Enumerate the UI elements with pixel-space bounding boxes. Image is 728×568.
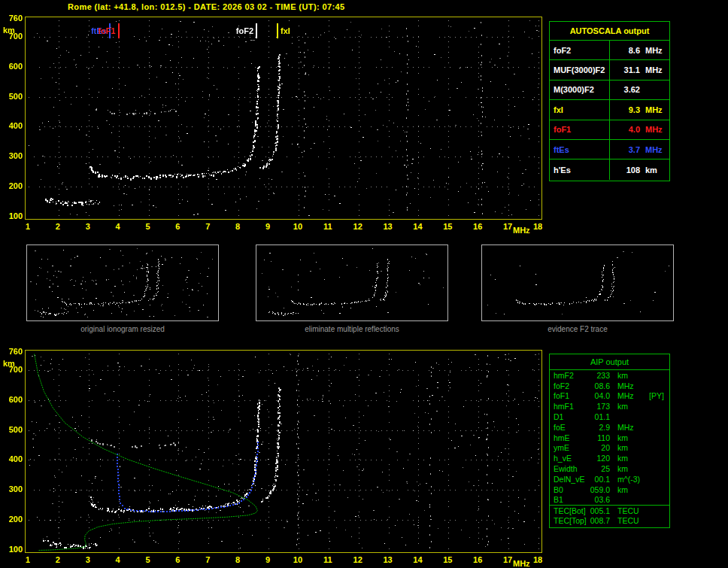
thumbnail-caption-f2-trace: evidence F2 trace bbox=[481, 325, 674, 333]
y-tick-label: 300 bbox=[2, 484, 23, 494]
autoscala-param-unit: MHz bbox=[640, 105, 663, 114]
aip-row: hmF1173km bbox=[550, 401, 669, 412]
aip-param-label: D1 bbox=[550, 412, 589, 421]
aip-param-unit: km bbox=[610, 443, 649, 452]
aip-param-unit: MHz bbox=[610, 381, 649, 390]
aip-param-label: DelN_vE bbox=[550, 475, 589, 484]
autoscala-param-value: 8.6 bbox=[610, 46, 640, 55]
x-tick-label: 15 bbox=[438, 222, 457, 231]
x-tick-label: 10 bbox=[289, 555, 307, 564]
autoscala-param-label: MUF(3000)F2 bbox=[550, 60, 610, 79]
aip-param-value: 03.6 bbox=[589, 495, 610, 504]
y-axis-unit-label: km bbox=[3, 26, 15, 35]
x-tick-label: 13 bbox=[379, 555, 397, 564]
x-tick-label: 8 bbox=[229, 555, 247, 564]
aip-param-value: 2.9 bbox=[589, 423, 610, 432]
aip-param-label: foF2 bbox=[550, 381, 589, 390]
aip-row: foE2.9MHz bbox=[550, 422, 669, 433]
x-tick-label: 5 bbox=[139, 555, 157, 564]
autoscala-row: foF28.6MHz bbox=[550, 41, 669, 60]
thumbnail-no-multiples bbox=[256, 245, 448, 321]
autoscala-param-label: h'Es bbox=[550, 159, 610, 179]
aip-param-unit: TECU bbox=[610, 516, 649, 525]
x-axis-unit-label: MHz bbox=[513, 559, 530, 568]
aip-row: foF104.0MHz[PY] bbox=[550, 391, 669, 402]
autoscala-param-value: 108 bbox=[610, 166, 640, 175]
autoscala-screen: Rome (lat: +41.8, lon: 012.5) - DATE: 20… bbox=[0, 0, 728, 568]
autoscala-param-value: 31.1 bbox=[610, 65, 640, 74]
x-tick-label: 8 bbox=[229, 222, 247, 231]
x-tick-label: 6 bbox=[168, 222, 187, 231]
bottom-ionogram-canvas bbox=[26, 351, 541, 552]
x-tick-label: 16 bbox=[469, 555, 487, 564]
aip-param-value: 04.0 bbox=[589, 391, 610, 400]
aip-param-label: hmE bbox=[550, 433, 589, 442]
autoscala-param-unit: MHz bbox=[640, 145, 663, 154]
autoscala-param-value: 9.3 bbox=[610, 105, 640, 114]
aip-param-unit: km bbox=[610, 454, 649, 463]
aip-row: hmF2233km bbox=[550, 370, 669, 381]
x-tick-label: 12 bbox=[349, 555, 367, 564]
aip-param-unit: km bbox=[610, 402, 649, 411]
aip-param-unit: TECU bbox=[610, 506, 649, 515]
aip-param-extra: [PY] bbox=[649, 391, 669, 400]
x-tick-label: 11 bbox=[319, 555, 337, 564]
autoscala-param-label: M(3000)F2 bbox=[550, 80, 610, 99]
aip-param-value: 08.6 bbox=[589, 381, 610, 390]
x-tick-label: 1 bbox=[19, 222, 37, 231]
aip-row: hmE110km bbox=[550, 433, 669, 443]
x-tick-label: 2 bbox=[49, 222, 67, 231]
marker-label-foF2: foF2 bbox=[220, 26, 253, 35]
x-tick-label: 2 bbox=[49, 555, 67, 564]
thumbnail-original-ionogram bbox=[26, 245, 219, 321]
aip-param-label: ymE bbox=[550, 443, 589, 452]
aip-param-value: 110 bbox=[589, 433, 610, 442]
aip-param-value: 120 bbox=[589, 454, 610, 463]
x-tick-label: 5 bbox=[139, 222, 157, 231]
marker-label-foF1: foF1 bbox=[83, 26, 116, 35]
y-tick-label: 200 bbox=[2, 515, 23, 524]
aip-param-unit: km bbox=[610, 464, 649, 473]
thumbnail-caption-original: original ionogram resized bbox=[26, 325, 219, 333]
aip-param-value: 00.1 bbox=[589, 475, 610, 484]
aip-param-label: B1 bbox=[550, 495, 589, 504]
aip-param-value: 059.0 bbox=[589, 485, 610, 494]
y-tick-label: 200 bbox=[2, 181, 23, 190]
aip-row: Ewidth25km bbox=[550, 463, 669, 474]
top-ionogram-canvas bbox=[26, 17, 541, 219]
aip-param-unit: m^(-3) bbox=[610, 475, 649, 484]
aip-table-title: AIP output bbox=[550, 354, 669, 370]
y-axis-unit-label: km bbox=[3, 359, 15, 368]
autoscala-param-value: 3.7 bbox=[610, 145, 640, 154]
x-tick-label: 7 bbox=[199, 222, 217, 231]
aip-param-unit: km bbox=[610, 433, 649, 442]
autoscala-param-label: fxI bbox=[550, 100, 610, 119]
autoscala-row: MUF(3000)F231.1MHz bbox=[550, 60, 669, 80]
autoscala-param-label: foF1 bbox=[550, 120, 610, 139]
thumbnail-original-canvas bbox=[27, 245, 218, 320]
x-tick-label: 14 bbox=[408, 222, 426, 231]
x-tick-label: 11 bbox=[319, 222, 337, 231]
x-tick-label: 9 bbox=[259, 555, 277, 564]
station-date-time-header: Rome (lat: +41.8, lon: 012.5) - DATE: 20… bbox=[68, 2, 345, 11]
y-tick-label: 600 bbox=[2, 62, 23, 71]
x-tick-label: 14 bbox=[408, 555, 426, 564]
aip-param-unit: km bbox=[610, 485, 649, 494]
aip-row: B103.6 bbox=[550, 495, 669, 506]
y-tick-label: 500 bbox=[2, 425, 23, 434]
aip-param-value: 20 bbox=[589, 443, 610, 452]
x-tick-label: 6 bbox=[168, 555, 187, 564]
autoscala-table-rows: foF28.6MHzMUF(3000)F231.1MHzM(3000)F23.6… bbox=[550, 41, 669, 180]
x-axis-unit-label: MHz bbox=[513, 226, 530, 235]
aip-param-label: hmF2 bbox=[550, 371, 589, 380]
aip-param-unit: km bbox=[610, 371, 649, 380]
autoscala-row: fxI9.3MHz bbox=[550, 100, 669, 120]
x-tick-label: 12 bbox=[349, 222, 367, 231]
aip-param-label: TEC[Bot] bbox=[550, 506, 589, 515]
x-tick-label: 3 bbox=[79, 555, 97, 564]
aip-param-label: hmF1 bbox=[550, 402, 589, 411]
y-tick-label: 760 bbox=[2, 347, 23, 356]
x-tick-label: 7 bbox=[199, 555, 217, 564]
y-tick-label: 600 bbox=[2, 395, 23, 404]
autoscala-param-unit: MHz bbox=[640, 125, 663, 134]
